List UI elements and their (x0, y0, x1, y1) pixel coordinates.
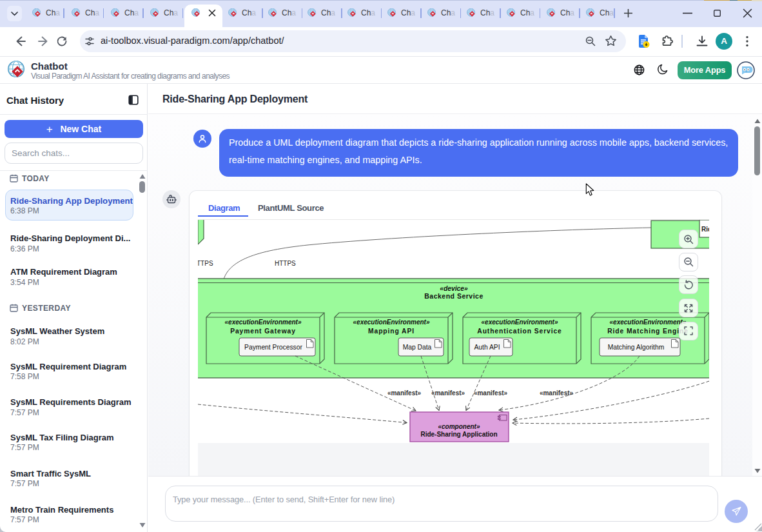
svg-text:«executionEnvironment»: «executionEnvironment» (482, 319, 558, 326)
svg-text:Backend Service: Backend Service (424, 292, 484, 300)
svg-text:«component»: «component» (438, 423, 480, 430)
svg-text:Auth API: Auth API (474, 344, 500, 351)
svg-text:Mapping API: Mapping API (368, 328, 415, 335)
svg-text:«manifest»: «manifest» (387, 389, 422, 397)
svg-text:HTTPS: HTTPS (275, 260, 296, 267)
svg-text:Payment Gateway: Payment Gateway (230, 328, 296, 335)
svg-text:«executionEnvironment»: «executionEnvironment» (225, 319, 302, 326)
svg-text:Rid: Rid (701, 226, 709, 233)
svg-text:Map Data: Map Data (403, 344, 432, 351)
svg-text:«executionEnvironment»: «executionEnvironment» (610, 319, 687, 326)
svg-text:Payment Processor: Payment Processor (244, 344, 302, 351)
svg-text:Authentication Service: Authentication Service (477, 328, 562, 335)
svg-text:Ride-Sharing Application: Ride-Sharing Application (420, 431, 497, 438)
svg-text:«manifest»: «manifest» (540, 389, 574, 397)
svg-text:«executionEnvironment»: «executionEnvironment» (353, 319, 430, 326)
svg-text:«device»: «device» (440, 285, 468, 292)
svg-text:Matching Algorithm: Matching Algorithm (608, 344, 665, 351)
svg-text:«manifest»: «manifest» (431, 389, 465, 397)
svg-text:Ride Matching Engine: Ride Matching Engine (607, 328, 689, 335)
svg-text:«manifest»: «manifest» (474, 389, 508, 397)
svg-text:TTPS: TTPS (198, 260, 213, 267)
